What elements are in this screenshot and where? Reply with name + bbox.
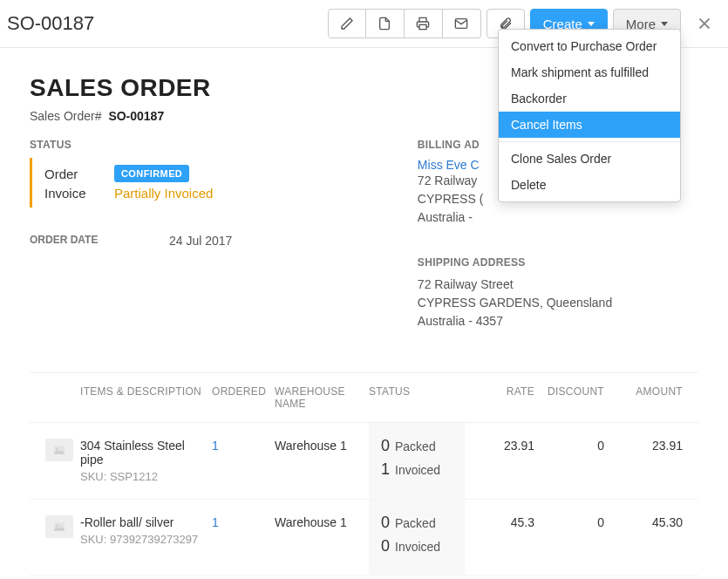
- amount-value: 45.30: [604, 515, 683, 529]
- ordered-qty[interactable]: 1: [212, 439, 219, 453]
- shipping-line: 72 Railway Street: [418, 276, 698, 294]
- edit-button[interactable]: [328, 9, 366, 38]
- packed-label: Packed: [395, 516, 436, 530]
- table-header: ITEMS & DESCRIPTION ORDERED WAREHOUSE NA…: [30, 372, 698, 423]
- col-items: ITEMS & DESCRIPTION: [80, 385, 212, 410]
- mail-icon: [454, 17, 468, 31]
- shipping-line: Australia - 4357: [418, 312, 698, 330]
- discount-value: 0: [534, 515, 604, 529]
- col-discount: DISCOUNT: [534, 385, 604, 410]
- rate-value: 45.3: [465, 515, 534, 529]
- print-button[interactable]: [405, 9, 443, 38]
- status-row-label: Order: [44, 167, 114, 181]
- invoiced-label: Invoiced: [395, 540, 440, 554]
- item-sku: SKU: SSP1212: [80, 470, 207, 483]
- status-row-label: Invoice: [44, 186, 114, 201]
- status-block: Order CONFIRMED Invoice Partially Invoic…: [30, 158, 418, 208]
- order-date-value: 24 Jul 2017: [169, 234, 232, 248]
- billing-line: Australia -: [418, 208, 698, 227]
- items-table: ITEMS & DESCRIPTION ORDERED WAREHOUSE NA…: [30, 372, 698, 576]
- invoiced-count: 0: [378, 537, 390, 555]
- menu-item-delete[interactable]: Delete: [499, 172, 680, 198]
- ordered-qty[interactable]: 1: [212, 515, 219, 529]
- invoiced-count: 1: [378, 460, 390, 479]
- discount-value: 0: [534, 439, 604, 453]
- printer-icon: [416, 17, 430, 31]
- status-row-invoice: Invoice Partially Invoiced: [44, 186, 418, 201]
- warehouse-name: Warehouse 1: [275, 439, 369, 453]
- status-value: Partially Invoiced: [114, 186, 213, 201]
- order-date-label: ORDER DATE: [30, 234, 169, 248]
- rate-value: 23.91: [465, 439, 534, 453]
- pdf-button[interactable]: [366, 9, 405, 38]
- shipping-line: CYPRESS GARDENS, Queensland: [418, 294, 698, 312]
- col-status: STATUS: [369, 385, 465, 410]
- close-icon: [695, 14, 714, 33]
- col-rate: RATE: [465, 385, 534, 410]
- col-warehouse: WAREHOUSE NAME: [275, 385, 369, 410]
- close-button[interactable]: [695, 14, 714, 33]
- shipping-section-label: SHIPPING ADDRESS: [418, 256, 698, 269]
- svg-point-5: [57, 525, 58, 527]
- menu-item-backorder[interactable]: Backorder: [499, 85, 680, 112]
- item-name: -Roller ball/ silver: [80, 515, 207, 529]
- invoiced-label: Invoiced: [395, 463, 440, 477]
- status-row-order: Order CONFIRMED: [44, 165, 418, 182]
- so-line-value: SO-00187: [108, 109, 164, 123]
- more-dropdown: Convert to Purchase Order Mark shipment …: [498, 29, 681, 202]
- packed-label: Packed: [395, 439, 436, 453]
- so-line-label: Sales Order#: [30, 109, 101, 123]
- table-row: 304 Stainless Steel pipe SKU: SSP1212 1 …: [30, 423, 698, 500]
- image-icon: [51, 521, 67, 533]
- pdf-icon: [378, 17, 391, 31]
- status-badge: CONFIRMED: [114, 165, 189, 182]
- menu-item-clone[interactable]: Clone Sales Order: [499, 146, 680, 172]
- table-row: -Roller ball/ silver SKU: 97392739273297…: [30, 500, 698, 576]
- warehouse-name: Warehouse 1: [275, 515, 369, 529]
- col-ordered: ORDERED: [212, 385, 275, 410]
- item-sku: SKU: 97392739273297: [80, 533, 207, 546]
- item-thumbnail: [45, 515, 73, 538]
- amount-value: 23.91: [604, 439, 683, 453]
- col-amount: AMOUNT: [604, 385, 683, 410]
- packed-count: 0: [378, 514, 390, 532]
- email-button[interactable]: [443, 9, 481, 38]
- menu-divider: [499, 141, 680, 142]
- page-so-number: SO-00187: [7, 12, 94, 35]
- item-thumbnail: [45, 439, 73, 461]
- svg-rect-0: [419, 24, 426, 29]
- content: Convert to Purchase Order Mark shipment …: [0, 48, 728, 576]
- packed-count: 0: [378, 437, 390, 455]
- chevron-down-icon: [661, 22, 668, 26]
- item-name: 304 Stainless Steel pipe: [80, 439, 207, 467]
- menu-item-mark-fulfilled[interactable]: Mark shipment as fulfilled: [499, 59, 680, 85]
- menu-item-cancel-items[interactable]: Cancel Items: [499, 112, 680, 138]
- order-date-row: ORDER DATE 24 Jul 2017: [30, 234, 418, 248]
- pencil-icon: [340, 17, 354, 31]
- chevron-down-icon: [588, 22, 595, 26]
- image-icon: [51, 444, 67, 456]
- action-icon-group: [328, 9, 481, 38]
- status-section-label: STATUS: [30, 139, 418, 151]
- menu-item-convert-po[interactable]: Convert to Purchase Order: [499, 33, 680, 59]
- svg-point-3: [57, 448, 58, 450]
